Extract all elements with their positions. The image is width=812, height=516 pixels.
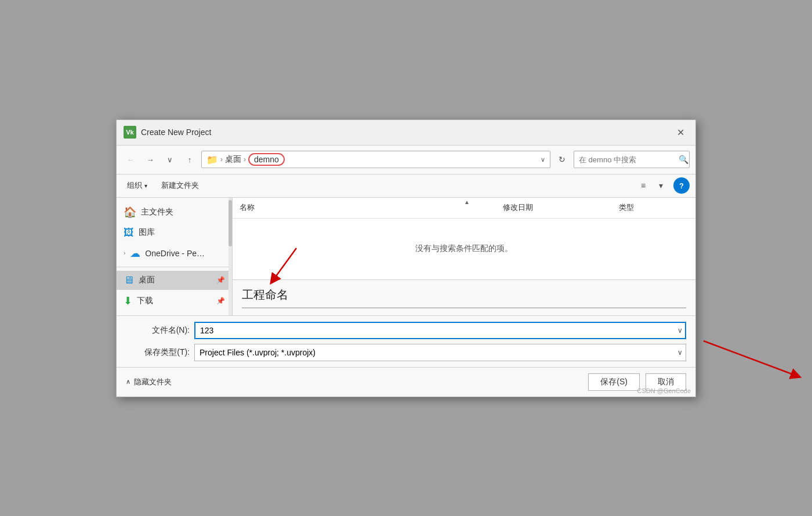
close-button[interactable]: ✕ xyxy=(672,124,688,140)
navigation-bar: ← → ∨ ↑ 📁 › 桌面 › demno ∨ ↻ 🔍 xyxy=(117,146,695,175)
path-current[interactable]: demno xyxy=(248,153,285,166)
save-button[interactable]: 保存(S) xyxy=(588,373,640,391)
help-button[interactable]: ? xyxy=(673,177,690,194)
filename-label: 文件名(N): xyxy=(126,325,190,336)
hide-folders-label: 隐藏文件夹 xyxy=(134,377,172,387)
bottom-form: 文件名(N): ∨ 保存类型(T): Project Files (*.uvpr… xyxy=(117,315,695,367)
sidebar-item-label: 主文件夹 xyxy=(141,207,173,217)
hide-folders-toggle[interactable]: ∧ 隐藏文件夹 xyxy=(126,377,172,387)
home-icon: 🏠 xyxy=(124,206,136,219)
pin-icon: 📌 xyxy=(216,276,225,284)
column-date[interactable]: 修改日期 xyxy=(503,202,619,213)
filetype-row: 保存类型(T): Project Files (*.uvproj; *.uvpr… xyxy=(126,344,686,361)
dropdown-button[interactable]: ∨ xyxy=(162,151,178,168)
view-dropdown-button[interactable]: ▾ xyxy=(652,177,669,194)
column-type[interactable]: 类型 xyxy=(619,202,688,213)
search-input[interactable] xyxy=(579,155,676,164)
filetype-select[interactable]: Project Files (*.uvproj; *.uvprojx) xyxy=(194,344,686,361)
search-icon: 🔍 xyxy=(679,155,688,164)
download-icon: ⬇ xyxy=(124,295,132,307)
filetype-select-wrap: Project Files (*.uvproj; *.uvprojx) ∨ xyxy=(194,344,686,361)
sidebar-item-desktop[interactable]: 🖥 桌面 📌 xyxy=(117,271,232,290)
empty-message: 没有与搜索条件匹配的项。 xyxy=(415,244,513,254)
project-name-section: 工程命名 xyxy=(233,279,695,315)
back-button[interactable]: ← xyxy=(122,151,139,168)
sidebar-item-home[interactable]: 🏠 主文件夹 xyxy=(117,202,232,222)
filename-input[interactable] xyxy=(194,322,686,339)
watermark: CSDN @GenCode xyxy=(637,387,691,394)
action-row: ∧ 隐藏文件夹 保存(S) 取消 xyxy=(117,367,695,397)
sidebar-item-label: OneDrive - Pe… xyxy=(145,249,205,258)
file-list-body: 没有与搜索条件匹配的项。 xyxy=(233,219,695,279)
dialog-title: Create New Project xyxy=(141,128,211,137)
desktop-icon: 🖥 xyxy=(124,274,134,286)
folder-icon: 📁 xyxy=(206,154,218,165)
project-name-divider xyxy=(242,307,686,308)
annotation-arrow-2 xyxy=(698,338,812,384)
path-bar[interactable]: 📁 › 桌面 › demno ∨ xyxy=(201,151,550,168)
search-bar[interactable]: 🔍 xyxy=(574,151,690,168)
sidebar-item-onedrive[interactable]: › ☁ OneDrive - Pe… xyxy=(117,244,232,263)
up-button[interactable]: ↑ xyxy=(182,151,198,168)
sidebar-divider xyxy=(117,267,232,267)
gallery-icon: 🖼 xyxy=(124,227,134,239)
refresh-button[interactable]: ↻ xyxy=(554,151,570,168)
forward-button[interactable]: → xyxy=(142,151,158,168)
view-mode-button[interactable]: ≡ xyxy=(635,177,651,194)
sidebar-item-download[interactable]: ⬇ 下载 📌 xyxy=(117,291,232,311)
sidebar-item-gallery[interactable]: 🖼 图库 xyxy=(117,223,232,242)
expand-icon[interactable]: › xyxy=(124,250,125,256)
column-name[interactable]: 名称 xyxy=(240,202,503,213)
filetype-label: 保存类型(T): xyxy=(126,347,190,358)
sidebar-item-label: 下载 xyxy=(137,296,153,306)
hide-folders-arrow: ∧ xyxy=(126,378,130,386)
sidebar-item-label: 图库 xyxy=(139,227,155,238)
onedrive-icon: ☁ xyxy=(130,247,140,260)
app-icon: Vk xyxy=(124,126,136,139)
organize-button[interactable]: 组织 ▾ xyxy=(122,178,152,193)
path-desktop[interactable]: 桌面 xyxy=(225,154,241,165)
sidebar-item-label: 桌面 xyxy=(139,275,155,285)
content-area: 🏠 主文件夹 🖼 图库 › ☁ OneDrive - Pe… 🖥 桌面 📌 ⬇ … xyxy=(117,198,695,315)
project-name-label: 工程命名 xyxy=(242,287,686,303)
title-bar: Vk Create New Project ✕ xyxy=(117,120,695,146)
sidebar: 🏠 主文件夹 🖼 图库 › ☁ OneDrive - Pe… 🖥 桌面 📌 ⬇ … xyxy=(117,198,233,315)
toolbar: 组织 ▾ 新建文件夹 ≡ ▾ ? xyxy=(117,175,695,198)
pin-icon-download: 📌 xyxy=(216,297,225,305)
file-list: ▲ 名称 修改日期 类型 没有与搜索条件匹配的项。 xyxy=(233,198,695,315)
filename-row: 文件名(N): ∨ xyxy=(126,322,686,339)
path-separator-2: › xyxy=(244,155,246,163)
sort-arrow: ▲ xyxy=(464,199,470,205)
new-folder-button[interactable]: 新建文件夹 xyxy=(157,178,204,193)
filename-input-wrap: ∨ xyxy=(194,322,686,339)
organize-arrow: ▾ xyxy=(144,183,147,189)
svg-line-1 xyxy=(704,341,796,376)
path-separator-1: › xyxy=(220,155,223,163)
file-list-header: ▲ 名称 修改日期 类型 xyxy=(233,198,695,219)
path-dropdown-arrow[interactable]: ∨ xyxy=(541,156,545,163)
